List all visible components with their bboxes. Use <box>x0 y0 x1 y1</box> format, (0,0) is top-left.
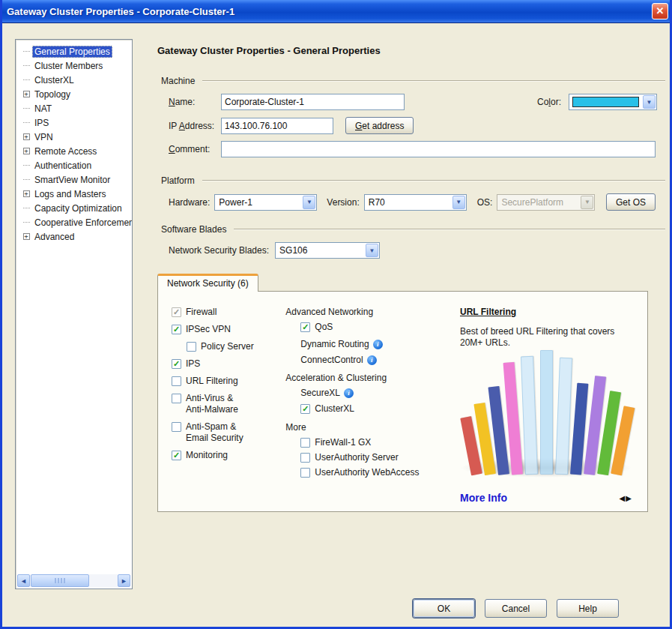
expand-icon[interactable]: + <box>20 233 32 240</box>
category-tree: General Properties Cluster Members Clust… <box>15 39 133 589</box>
expand-icon[interactable]: + <box>20 91 32 97</box>
tab-network-security[interactable]: Network Security (6) <box>157 274 258 292</box>
sidebar-item-nat[interactable]: NAT <box>20 101 132 115</box>
cancel-button[interactable]: Cancel <box>485 599 547 618</box>
ips-checkbox[interactable]: ✓ <box>172 359 181 369</box>
expand-icon[interactable]: + <box>20 190 32 197</box>
chevron-down-icon: ▼ <box>581 196 593 209</box>
expand-icon[interactable]: + <box>20 148 32 154</box>
qos-checkbox[interactable]: ✓ <box>300 322 310 332</box>
check-icon: ✓ <box>302 323 309 331</box>
info-icon[interactable]: i <box>373 340 383 349</box>
expand-icon[interactable]: + <box>20 133 32 140</box>
ip-address-input[interactable] <box>221 118 333 134</box>
userauthority-server-checkbox[interactable]: ✓ <box>300 453 310 463</box>
sidebar-item-logs-and-masters[interactable]: + Logs and Masters <box>20 187 132 201</box>
sidebar-item-label: SmartView Monitor <box>32 174 112 186</box>
get-os-button[interactable]: Get OS <box>606 193 656 211</box>
more-section: More ✓ FireWall-1 GX ✓ UserAuthority Ser… <box>285 422 451 478</box>
anti-spam-checkbox[interactable]: ✓ <box>172 422 181 432</box>
chevron-down-icon[interactable]: ▼ <box>366 244 378 257</box>
anti-virus-checkbox[interactable]: ✓ <box>172 394 181 403</box>
hardware-dropdown[interactable]: Power-1 ▼ <box>214 194 317 211</box>
sidebar-item-clusterxl[interactable]: ClusterXL <box>20 73 132 87</box>
fan-bar <box>540 350 553 475</box>
sidebar-item-ips[interactable]: IPS <box>20 115 132 130</box>
blade-connectcontrol[interactable]: ConnectControl i <box>300 355 451 365</box>
blade-ipsec-vpn[interactable]: ✓ IPSec VPN <box>172 324 285 335</box>
sidebar-item-cluster-members[interactable]: Cluster Members <box>20 58 132 73</box>
blade-clusterxl[interactable]: ✓ ClusterXL <box>300 403 451 415</box>
sidebar-item-label: VPN <box>32 131 55 143</box>
hardware-label: Hardware: <box>169 197 210 208</box>
ipsec-vpn-checkbox[interactable]: ✓ <box>172 325 181 334</box>
check-icon: ✓ <box>173 308 180 316</box>
sidebar-item-capacity-optimization[interactable]: Capacity Optimization <box>20 201 132 215</box>
version-dropdown[interactable]: R70 ▼ <box>364 194 467 211</box>
version-label: Version: <box>327 197 359 208</box>
blade-ips[interactable]: ✓ IPS <box>172 358 285 370</box>
blade-firewall1-gx[interactable]: ✓ FireWall-1 GX <box>300 437 451 448</box>
chevron-down-icon[interactable]: ▼ <box>303 196 315 209</box>
promo-pager-arrows-icon[interactable]: ◀▶ <box>620 494 632 502</box>
name-input[interactable] <box>221 94 405 110</box>
userauthority-webaccess-checkbox[interactable]: ✓ <box>300 468 310 478</box>
tree-connector <box>20 122 32 123</box>
blade-securexl[interactable]: SecureXL i <box>300 388 451 398</box>
software-blades-group-label: Software Blades <box>161 224 234 235</box>
check-icon: ✓ <box>173 360 180 368</box>
sidebar-item-label: Topology <box>32 88 73 100</box>
more-info-link[interactable]: More Info <box>460 492 507 504</box>
firewall1-gx-checkbox[interactable]: ✓ <box>300 438 310 448</box>
url-filtering-checkbox[interactable]: ✓ <box>172 376 181 386</box>
sidebar-item-vpn[interactable]: + VPN <box>20 130 132 144</box>
blade-url-filtering[interactable]: ✓ URL Filtering <box>172 376 285 387</box>
os-dropdown: SecurePlatform ▼ <box>497 194 595 211</box>
blade-firewall[interactable]: ✓ Firewall <box>172 307 285 318</box>
info-icon[interactable]: i <box>367 355 377 365</box>
sidebar-item-label: NAT <box>32 103 54 115</box>
sidebar-item-label: ClusterXL <box>32 74 76 86</box>
scrollbar-track[interactable] <box>30 574 118 587</box>
clusterxl-checkbox[interactable]: ✓ <box>300 404 310 414</box>
scroll-right-button[interactable]: ► <box>118 574 130 587</box>
sidebar-item-label: Cooperative Enforcement <box>32 217 132 229</box>
close-button[interactable]: ✕ <box>652 3 668 19</box>
scrollbar-thumb[interactable] <box>31 574 89 587</box>
policy-server-checkbox[interactable]: ✓ <box>187 342 196 352</box>
sidebar-item-smartview-monitor[interactable]: SmartView Monitor <box>20 172 132 187</box>
monitoring-checkbox[interactable]: ✓ <box>172 451 181 460</box>
help-button[interactable]: Help <box>557 599 619 618</box>
tree-connector <box>20 51 32 52</box>
blade-qos[interactable]: ✓ QoS <box>300 322 451 333</box>
color-dropdown[interactable]: ▼ <box>569 94 657 110</box>
blade-anti-virus[interactable]: ✓ Anti-Virus & Anti-Malware <box>172 393 285 415</box>
blade-userauthority-webaccess[interactable]: ✓ UserAuthority WebAccess <box>300 467 451 478</box>
info-icon[interactable]: i <box>344 388 354 398</box>
scroll-left-icon: ◄ <box>20 577 27 585</box>
sidebar-item-authentication[interactable]: Authentication <box>20 158 132 172</box>
tree-horizontal-scrollbar[interactable]: ◄ ► <box>17 574 130 587</box>
sidebar-item-remote-access[interactable]: + Remote Access <box>20 144 132 158</box>
sidebar-item-label: Remote Access <box>32 145 99 157</box>
software-blades-group-header: Software Blades <box>161 224 665 235</box>
blade-dynamic-routing[interactable]: Dynamic Routing i <box>300 339 451 349</box>
blade-monitoring[interactable]: ✓ Monitoring <box>172 450 285 461</box>
fan-bar <box>520 356 537 475</box>
ok-button[interactable]: OK <box>413 599 475 618</box>
scroll-left-button[interactable]: ◄ <box>17 574 30 587</box>
title-bar[interactable]: Gateway Cluster Properties - Corporate-C… <box>0 0 672 23</box>
blade-policy-server[interactable]: ✓ Policy Server <box>187 341 285 352</box>
sidebar-item-general-properties[interactable]: General Properties <box>20 44 132 58</box>
sidebar-item-advanced[interactable]: + Advanced <box>20 229 132 244</box>
comment-input[interactable] <box>221 141 656 157</box>
network-security-blades-dropdown[interactable]: SG106 ▼ <box>275 242 380 259</box>
sidebar-item-topology[interactable]: + Topology <box>20 87 132 101</box>
blade-anti-spam[interactable]: ✓ Anti-Spam & Email Security <box>172 421 285 444</box>
chevron-down-icon[interactable]: ▼ <box>452 196 465 209</box>
sidebar-item-label: General Properties <box>32 46 112 58</box>
blade-userauthority-server[interactable]: ✓ UserAuthority Server <box>300 452 451 463</box>
chevron-down-icon[interactable]: ▼ <box>643 95 656 109</box>
sidebar-item-cooperative-enforcement[interactable]: Cooperative Enforcement <box>20 215 132 229</box>
get-address-button[interactable]: Get address <box>345 117 414 134</box>
